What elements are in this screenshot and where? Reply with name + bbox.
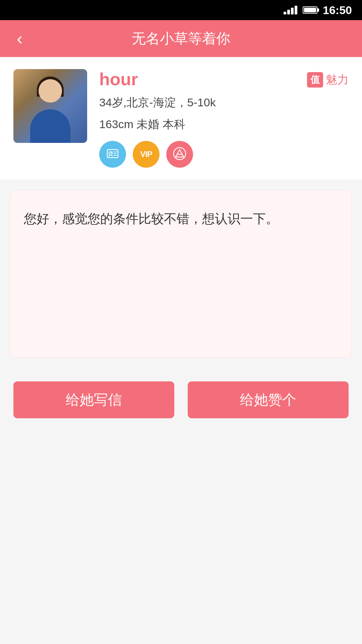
- message-content: 您好，感觉您的条件比较不错，想认识一下。: [24, 207, 338, 230]
- a-icon: [173, 147, 186, 162]
- profile-badges: VIP: [99, 141, 349, 168]
- badge-vip: VIP: [133, 141, 160, 168]
- back-button[interactable]: ‹: [13, 26, 26, 51]
- profile-section: hour 值 魅力 34岁,北京-海淀，5-10k 163cm 未婚 本科: [0, 57, 362, 180]
- profile-info: hour 值 魅力 34岁,北京-海淀，5-10k 163cm 未婚 本科: [99, 69, 349, 168]
- charm-badge: 值 魅力: [307, 72, 349, 88]
- vip-icon: VIP: [140, 150, 152, 158]
- badge-a: [166, 141, 193, 168]
- action-buttons: 给她写信 给她赞个: [0, 368, 362, 432]
- id-icon: [107, 148, 119, 161]
- header: ‹ 无名小草等着你: [0, 20, 362, 57]
- status-time: 16:50: [323, 4, 352, 17]
- battery-icon: [303, 6, 317, 14]
- profile-detail-line1: 34岁,北京-海淀，5-10k: [99, 94, 349, 111]
- message-section: 您好，感觉您的条件比较不错，想认识一下。: [10, 190, 352, 358]
- avatar[interactable]: [13, 69, 87, 143]
- give-like-button[interactable]: 给她赞个: [188, 381, 349, 418]
- charm-label: 魅力: [326, 72, 349, 88]
- profile-name: hour: [99, 69, 138, 89]
- charm-tag: 值: [307, 72, 323, 88]
- profile-detail-line2: 163cm 未婚 本科: [99, 116, 349, 133]
- status-bar: 16:50: [0, 0, 362, 20]
- signal-icon: [284, 6, 297, 14]
- write-letter-button[interactable]: 给她写信: [13, 381, 174, 418]
- page-title: 无名小草等着你: [132, 29, 230, 48]
- badge-id: [99, 141, 126, 168]
